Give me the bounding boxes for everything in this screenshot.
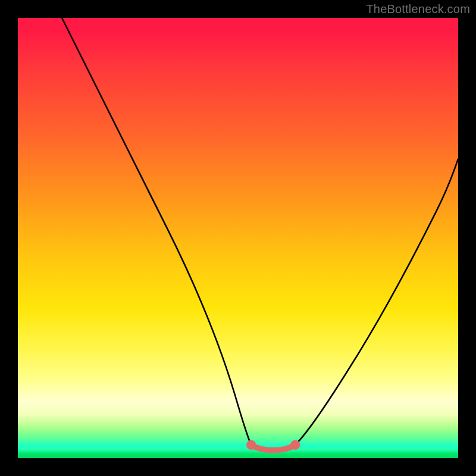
plot-area <box>18 18 458 458</box>
curve-right-branch <box>295 159 458 445</box>
flat-endpoint-right <box>290 440 300 450</box>
curve-flat-minimum <box>251 445 295 450</box>
curve-left-branch <box>62 18 251 445</box>
flat-endpoint-left <box>246 440 256 450</box>
chart-frame: TheBottleneck.com <box>0 0 476 476</box>
curve-svg <box>18 18 458 458</box>
watermark-label: TheBottleneck.com <box>366 2 470 16</box>
